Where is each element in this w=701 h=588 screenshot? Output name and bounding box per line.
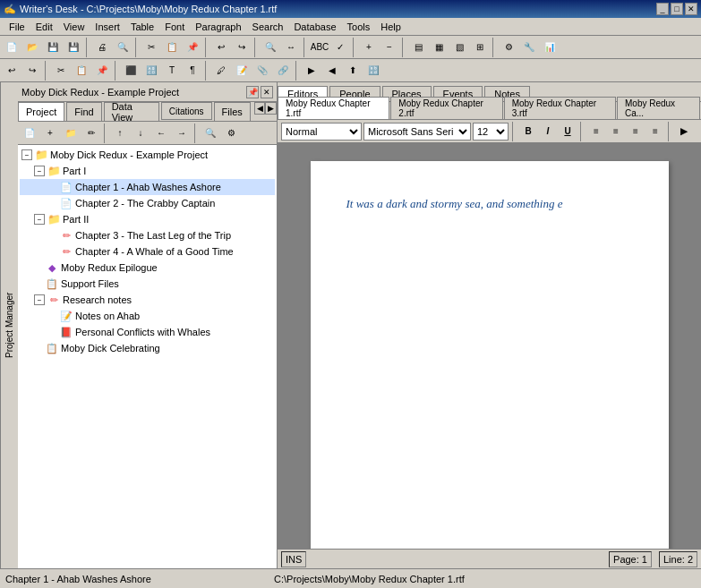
- tb2-btn17[interactable]: 🔡: [363, 61, 383, 81]
- more-format-button[interactable]: ▶: [675, 123, 693, 141]
- tree-root[interactable]: − 📁 Moby Dick Redux - Example Project: [20, 147, 275, 163]
- spell2-button[interactable]: ✓: [330, 38, 350, 57]
- tree-part2[interactable]: − 📁 Part II: [20, 211, 275, 227]
- tb2-btn2[interactable]: ↪: [22, 61, 42, 81]
- tree-conflicts[interactable]: 📕 Personal Conflicts with Whales: [20, 324, 275, 340]
- tool1-button[interactable]: ⚙: [499, 38, 518, 57]
- tb2-btn4[interactable]: 📋: [72, 61, 91, 81]
- new-button[interactable]: 📄: [2, 38, 21, 57]
- doc-tab-3[interactable]: Moby Redux Chapter 3.rtf: [504, 97, 616, 119]
- align-right-button[interactable]: ≡: [627, 123, 645, 141]
- panel-close-button[interactable]: ✕: [261, 86, 273, 98]
- pt-btn2[interactable]: +: [40, 124, 60, 143]
- research-expand[interactable]: −: [34, 294, 45, 305]
- project-manager-tab[interactable]: Project Manager: [0, 82, 18, 568]
- tb2-btn3[interactable]: ✂: [51, 61, 71, 81]
- tree-support[interactable]: 📋 Support Files: [20, 276, 275, 292]
- panel-nav-right[interactable]: ▶: [265, 102, 277, 115]
- tb2-btn11[interactable]: 📝: [232, 61, 252, 81]
- tb2-btn8[interactable]: T: [162, 61, 182, 81]
- close-button[interactable]: ✕: [685, 3, 697, 15]
- menu-font[interactable]: Font: [159, 20, 190, 34]
- view2-button[interactable]: ▦: [429, 38, 449, 57]
- tab-files[interactable]: Files: [214, 102, 251, 121]
- font-select[interactable]: Microsoft Sans Seri: [363, 123, 471, 141]
- doc-tab-1[interactable]: Moby Redux Chapter 1.rtf: [278, 97, 389, 119]
- size-select[interactable]: 12: [473, 123, 509, 141]
- tb2-btn13[interactable]: 🔗: [273, 61, 293, 81]
- menu-tools[interactable]: Tools: [342, 20, 376, 34]
- tree-ch4[interactable]: ✏ Chapter 4 - A Whale of a Good Time: [20, 243, 275, 260]
- tb2-btn16[interactable]: ⬆: [343, 61, 363, 81]
- pt-btn6[interactable]: ↓: [131, 124, 150, 143]
- undo-button[interactable]: ↩: [211, 38, 231, 57]
- tree-celebrating[interactable]: 📋 Moby Dick Celebrating: [20, 340, 275, 356]
- copy-button[interactable]: 📋: [162, 38, 182, 57]
- pt-btn1[interactable]: 📄: [20, 124, 39, 143]
- paste-button[interactable]: 📌: [183, 38, 202, 57]
- zoom-in-button[interactable]: +: [359, 38, 379, 57]
- menu-file[interactable]: File: [4, 20, 30, 34]
- maximize-button[interactable]: □: [671, 3, 683, 15]
- doc-text[interactable]: It was a dark and stormy sea, and someth…: [346, 197, 633, 211]
- tree-ch2[interactable]: 📄 Chapter 2 - The Crabby Captain: [20, 195, 275, 211]
- menu-help[interactable]: Help: [375, 20, 406, 34]
- tree-ch1[interactable]: 📄 Chapter 1 - Ahab Washes Ashore: [20, 179, 275, 195]
- menu-paragraph[interactable]: Paragraph: [190, 20, 246, 34]
- pt-btn5[interactable]: ↑: [110, 124, 130, 143]
- tree-notes-ahab[interactable]: 📝 Notes on Ahab: [20, 308, 275, 324]
- menu-database[interactable]: Database: [288, 20, 341, 34]
- style-select[interactable]: Normal: [281, 123, 362, 141]
- underline-button[interactable]: U: [559, 123, 577, 141]
- tb2-btn10[interactable]: 🖊: [211, 61, 231, 81]
- pt-btn4[interactable]: ✏: [81, 124, 101, 143]
- tool2-button[interactable]: 🔧: [519, 38, 539, 57]
- view1-button[interactable]: ▤: [408, 38, 428, 57]
- print-button[interactable]: 🖨: [92, 38, 112, 57]
- tree-epilogue[interactable]: ◆ Moby Redux Epilogue: [20, 260, 275, 276]
- menu-view[interactable]: View: [58, 20, 90, 34]
- tab-data-view[interactable]: Data View: [104, 102, 159, 121]
- pt-btn3[interactable]: 📁: [61, 124, 81, 143]
- menu-insert[interactable]: Insert: [90, 20, 125, 34]
- pt-btn7[interactable]: ←: [151, 124, 171, 143]
- tab-citations[interactable]: Citations: [161, 102, 212, 120]
- menu-search[interactable]: Search: [247, 20, 289, 34]
- tb2-btn15[interactable]: ◀: [322, 61, 342, 81]
- cut-button[interactable]: ✂: [141, 38, 161, 57]
- find-button[interactable]: 🔍: [261, 38, 280, 57]
- doc-tab-2[interactable]: Moby Redux Chapter 2.rtf: [390, 97, 502, 119]
- panel-nav-left[interactable]: ◀: [254, 102, 266, 115]
- zoom-out-button[interactable]: −: [380, 38, 399, 57]
- view4-button[interactable]: ⊞: [470, 38, 490, 57]
- tb2-btn1[interactable]: ↩: [2, 61, 21, 81]
- tab-project[interactable]: Project: [18, 102, 64, 121]
- pt-btn10[interactable]: ⚙: [221, 124, 241, 143]
- spell-button[interactable]: ABC: [310, 38, 329, 57]
- view3-button[interactable]: ▧: [449, 38, 469, 57]
- pt-btn9[interactable]: 🔍: [201, 124, 220, 143]
- tool3-button[interactable]: 📊: [540, 38, 560, 57]
- replace-button[interactable]: ↔: [281, 38, 301, 57]
- menu-table[interactable]: Table: [125, 20, 159, 34]
- part2-expand[interactable]: −: [34, 214, 45, 225]
- tb2-btn14[interactable]: ▶: [302, 61, 321, 81]
- tb2-btn12[interactable]: 📎: [252, 61, 272, 81]
- bold-button[interactable]: B: [519, 123, 537, 141]
- tb2-btn5[interactable]: 📌: [92, 61, 112, 81]
- align-center-button[interactable]: ≡: [607, 123, 625, 141]
- tab-find[interactable]: Find: [66, 102, 101, 121]
- doc-tab-4[interactable]: Moby Redux Ca...: [617, 97, 700, 119]
- save-all-button[interactable]: 💾: [64, 38, 83, 57]
- tree-research[interactable]: − ✏ Research notes: [20, 292, 275, 308]
- align-justify-button[interactable]: ≡: [646, 123, 664, 141]
- tree-ch3[interactable]: ✏ Chapter 3 - The Last Leg of the Trip: [20, 227, 275, 243]
- pt-btn8[interactable]: →: [172, 124, 192, 143]
- save-button[interactable]: 💾: [43, 38, 63, 57]
- open-button[interactable]: 📂: [22, 38, 42, 57]
- tb2-btn6[interactable]: ⬛: [121, 61, 141, 81]
- menu-edit[interactable]: Edit: [30, 20, 58, 34]
- part1-expand[interactable]: −: [34, 166, 45, 176]
- tree-part1[interactable]: − 📁 Part I: [20, 163, 275, 179]
- tb2-btn7[interactable]: 🔠: [141, 61, 161, 81]
